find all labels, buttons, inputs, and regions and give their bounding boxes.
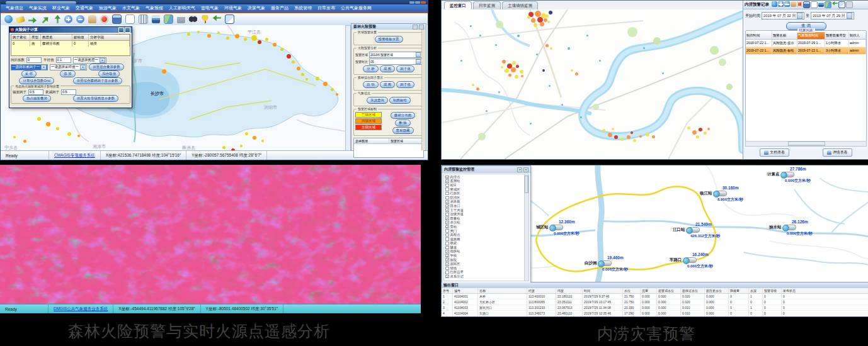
column-header[interactable]: 预警雨量类型 <box>825 32 849 39</box>
factor-table[interactable]: 因子索引类型图层名影响值分析字段 0面森林分布图0地类 <box>11 34 130 56</box>
radiation-input[interactable]: 0.5 <box>28 89 43 95</box>
minimize-icon[interactable] <box>118 27 124 33</box>
menu-item[interactable]: 人工影响天气 <box>169 5 195 11</box>
column-header[interactable]: 制作时间 <box>746 32 772 39</box>
system-link[interactable]: DMGIS公共气象服务业务系统 <box>49 304 113 313</box>
map-icon[interactable] <box>164 14 173 24</box>
layer-checkbox[interactable] <box>445 233 449 237</box>
column-header[interactable]: 气象预报时间 <box>797 32 825 39</box>
layer-item[interactable]: 桥梁 <box>445 242 523 246</box>
export-icon[interactable] <box>838 1 845 8</box>
menu-item[interactable]: 交通气象 <box>76 5 93 11</box>
layer-item[interactable]: 水系注记 <box>445 274 523 279</box>
layer-checkbox[interactable] <box>445 200 449 204</box>
column-header[interactable]: 图层名 <box>41 35 72 40</box>
layer-select[interactable]: 一请选择图层一▾ <box>73 57 107 64</box>
stop-icon[interactable] <box>797 1 802 7</box>
full-extent-icon[interactable] <box>112 14 122 24</box>
pin-icon[interactable] <box>201 15 209 23</box>
column-header[interactable]: 水深 <box>749 288 763 293</box>
satellite-fire-image[interactable] <box>0 165 421 304</box>
records-hscrollbar[interactable] <box>745 141 867 147</box>
table-row[interactable]: 2019-07-22 1... 风险隐患-标绘 2019-07-22 1... … <box>746 47 866 55</box>
column-header[interactable]: 因子索引 <box>11 35 30 40</box>
mix-params-button[interactable]: 设置混合叠加参数 <box>89 64 124 70</box>
column-header[interactable]: 水位 <box>623 288 641 293</box>
layers-icon[interactable] <box>152 15 160 23</box>
menu-item[interactable]: 系统管理 <box>294 5 312 11</box>
composite-button[interactable]: 自 动 <box>363 81 379 88</box>
column-header[interactable]: 经度 <box>527 288 556 293</box>
scale-icon[interactable] <box>139 14 148 24</box>
close-icon[interactable] <box>125 27 130 33</box>
close-icon[interactable] <box>846 1 853 8</box>
measure-icon[interactable] <box>16 16 25 24</box>
menu-item[interactable]: 旅游气象 <box>99 5 117 11</box>
chevron-down-icon[interactable] <box>416 52 421 57</box>
layer-checkbox[interactable] <box>445 192 449 196</box>
chevron-down-icon[interactable]: ▾ <box>80 65 86 70</box>
map-view-tab[interactable]: 监控窗口 <box>444 1 472 9</box>
menu-item[interactable]: 林业气象 <box>52 5 70 11</box>
layer-checkbox[interactable] <box>445 275 449 279</box>
map-scrollbar[interactable] <box>345 25 351 151</box>
column-header[interactable]: 发布状态 <box>782 288 868 293</box>
table-row[interactable]: 2019-07-22 1... 风险隐患-提示 2019-07-29 1... … <box>746 40 866 47</box>
pan-northeast-icon[interactable] <box>38 13 50 25</box>
warning-template-button[interactable]: 预警模板设置 <box>375 36 403 43</box>
fit-button[interactable]: 拟合取值 <box>98 70 120 77</box>
window-controls[interactable] <box>409 1 426 4</box>
column-header[interactable]: 超保证水位 <box>681 288 705 293</box>
view-detail-button[interactable]: 详情查看 <box>823 148 852 157</box>
column-header[interactable]: 名称 <box>478 288 527 293</box>
date-from-field[interactable]: 2019 年 07 月 22 日 <box>762 12 804 20</box>
page-icon[interactable] <box>811 1 818 8</box>
station-marker[interactable]: 27.786m 计算点 0.000立方米/秒 <box>766 167 848 184</box>
close-icon[interactable] <box>419 25 424 30</box>
level-action-button[interactable]: 删 除 <box>395 120 411 126</box>
column-header[interactable]: 降雨量 <box>729 288 749 293</box>
layer-checkbox[interactable] <box>445 204 449 208</box>
menu-item[interactable]: 服务产品 <box>271 5 288 11</box>
layer-checkbox[interactable] <box>445 242 449 245</box>
page-icon[interactable] <box>125 14 135 24</box>
print-icon[interactable] <box>177 15 185 23</box>
radiation-overlay-button[interactable]: 热点辐射叠加 <box>23 95 51 102</box>
sample-button[interactable]: 采 样 <box>21 70 37 77</box>
chevron-down-icon[interactable] <box>847 13 852 19</box>
radius-input[interactable]: 0.1 <box>56 57 71 63</box>
globe-icon[interactable] <box>772 1 777 7</box>
stop-icon[interactable] <box>100 15 108 23</box>
station-marker[interactable]: 16.240m 车路口 0.000立方米/秒 <box>668 252 750 269</box>
layer-checkbox[interactable] <box>445 213 449 216</box>
chevron-down-icon[interactable] <box>797 13 802 19</box>
pan-hand-icon[interactable] <box>88 15 96 23</box>
map-view-tab[interactable]: 土壤墒情监测 <box>502 1 538 9</box>
column-header[interactable]: 编号 <box>453 288 478 293</box>
layer-checkbox[interactable] <box>445 221 449 225</box>
compute-grid-button[interactable]: 计算综合指数Grid <box>19 77 54 84</box>
back-icon[interactable] <box>832 1 838 7</box>
export-icon[interactable] <box>225 14 234 24</box>
warning-region-select[interactable]: 2013年预警区域 <box>369 52 422 58</box>
column-header[interactable]: 超历史水位 <box>705 288 729 293</box>
dialog-titlebar[interactable]: 火险因子计算 <box>9 27 132 33</box>
zoom-out-icon[interactable] <box>784 1 790 7</box>
flood-monitor-map[interactable] <box>442 9 743 159</box>
panel-scrollbar[interactable] <box>421 30 426 150</box>
binoculars-icon[interactable] <box>189 15 197 23</box>
risk-level-display-button[interactable]: 设置火险等级图显示参数 <box>73 95 119 102</box>
pan-hand-icon[interactable] <box>791 1 796 7</box>
zoom-in-icon[interactable] <box>778 1 784 7</box>
composite-button[interactable]: 因子值 <box>396 81 414 88</box>
layer-checkbox[interactable] <box>445 267 449 271</box>
column-header[interactable]: 序号 <box>442 288 453 293</box>
layer-checkbox[interactable] <box>445 225 449 229</box>
minimize-icon[interactable] <box>409 1 414 4</box>
station-marker[interactable]: 19.460m 白沙洲 0.006立方米/秒 <box>583 255 665 272</box>
close-icon[interactable]: × <box>523 167 528 172</box>
zoom-in-icon[interactable] <box>64 15 72 23</box>
full-extent-icon[interactable] <box>803 1 810 8</box>
layer-item[interactable]: 学校 <box>445 254 523 258</box>
column-header[interactable]: 流量 <box>641 288 657 293</box>
